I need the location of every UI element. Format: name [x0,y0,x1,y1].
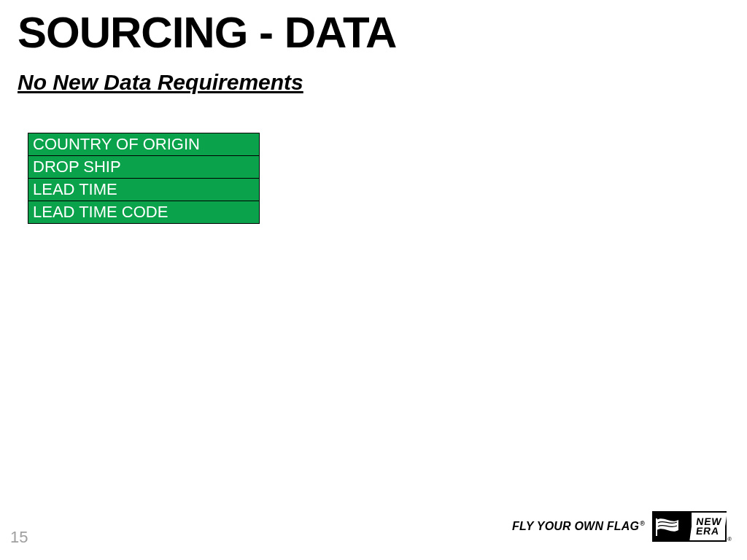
svg-rect-0 [656,518,657,536]
field-cell: COUNTRY OF ORIGIN [28,133,260,156]
register-mark: ® [727,536,732,542]
table-row: LEAD TIME CODE [28,201,260,224]
brand-tagline: FLY YOUR OWN FLAG® [512,520,645,533]
slide-subtitle: No New Data Requirements [18,70,303,95]
register-mark: ® [640,520,645,527]
brand-line2: ERA [695,526,720,536]
page-number: 15 [10,528,28,547]
brand-wordmark: NEW ERA [689,513,727,540]
brand-logo: NEW ERA ® [652,511,727,542]
data-fields-table: COUNTRY OF ORIGIN DROP SHIP LEAD TIME LE… [28,133,260,224]
footer-brand: FLY YOUR OWN FLAG® NEW ERA ® [512,511,727,542]
table-row: LEAD TIME [28,179,260,201]
tagline-text: FLY YOUR OWN FLAG [512,520,639,532]
slide-title: SOURCING - DATA [18,7,396,58]
flag-icon [654,513,692,540]
field-cell: LEAD TIME CODE [28,201,260,224]
table-row: DROP SHIP [28,156,260,179]
table-row: COUNTRY OF ORIGIN [28,133,260,156]
field-cell: LEAD TIME [28,179,260,201]
field-cell: DROP SHIP [28,156,260,179]
